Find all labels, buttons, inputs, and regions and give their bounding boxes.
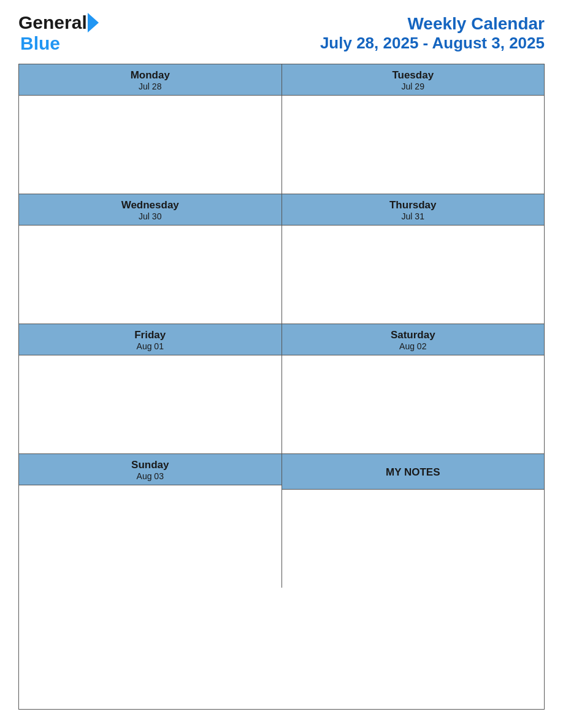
wednesday-name: Wednesday bbox=[21, 199, 279, 211]
saturday-header: Saturday Aug 02 bbox=[282, 324, 545, 355]
calendar-title-block: Weekly Calendar July 28, 2025 - August 3… bbox=[320, 14, 545, 53]
sunday-header: Sunday Aug 03 bbox=[19, 454, 282, 485]
notes-header: MY NOTES bbox=[282, 454, 545, 490]
saturday-content[interactable] bbox=[282, 355, 545, 453]
thursday-date: Jul 31 bbox=[285, 211, 542, 221]
logo-arrow-icon bbox=[88, 13, 99, 32]
friday-date: Aug 01 bbox=[21, 341, 279, 351]
calendar-grid: Monday Jul 28 Tuesday Jul 29 Wednesday J… bbox=[18, 64, 545, 710]
calendar-date-range: July 28, 2025 - August 3, 2025 bbox=[320, 34, 545, 53]
calendar-row-3: Friday Aug 01 Saturday Aug 02 bbox=[19, 324, 544, 454]
monday-header: Monday Jul 28 bbox=[19, 64, 282, 96]
logo: General Blue bbox=[18, 12, 99, 54]
tuesday-header: Tuesday Jul 29 bbox=[282, 64, 545, 96]
wednesday-content[interactable] bbox=[19, 226, 282, 324]
monday-date: Jul 28 bbox=[21, 82, 279, 91]
calendar-row-1: Monday Jul 28 Tuesday Jul 29 bbox=[19, 64, 544, 194]
sunday-date: Aug 03 bbox=[21, 471, 279, 481]
wednesday-cell: Wednesday Jul 30 bbox=[19, 194, 282, 324]
sunday-name: Sunday bbox=[21, 459, 279, 471]
thursday-header: Thursday Jul 31 bbox=[282, 194, 545, 226]
wednesday-date: Jul 30 bbox=[21, 211, 279, 221]
saturday-cell: Saturday Aug 02 bbox=[282, 324, 545, 453]
monday-name: Monday bbox=[21, 69, 279, 82]
saturday-date: Aug 02 bbox=[285, 341, 542, 351]
logo-blue-text: Blue bbox=[20, 33, 60, 54]
thursday-content[interactable] bbox=[282, 226, 545, 324]
friday-cell: Friday Aug 01 bbox=[19, 324, 282, 453]
calendar-row-4: Sunday Aug 03 MY NOTES bbox=[19, 454, 544, 588]
logo-general-text: General bbox=[18, 12, 87, 33]
tuesday-date: Jul 29 bbox=[285, 82, 542, 91]
notes-title: MY NOTES bbox=[386, 466, 440, 479]
thursday-name: Thursday bbox=[285, 199, 542, 211]
calendar-row-2: Wednesday Jul 30 Thursday Jul 31 bbox=[19, 194, 544, 324]
sunday-content[interactable] bbox=[19, 485, 282, 583]
thursday-cell: Thursday Jul 31 bbox=[282, 194, 545, 324]
friday-header: Friday Aug 01 bbox=[19, 324, 282, 355]
page-header: General Blue Weekly Calendar July 28, 20… bbox=[18, 12, 545, 54]
tuesday-name: Tuesday bbox=[285, 69, 542, 82]
friday-content[interactable] bbox=[19, 355, 282, 453]
friday-name: Friday bbox=[21, 329, 279, 341]
tuesday-cell: Tuesday Jul 29 bbox=[282, 64, 545, 194]
calendar-title: Weekly Calendar bbox=[320, 14, 545, 34]
notes-cell: MY NOTES bbox=[282, 454, 545, 588]
notes-content[interactable] bbox=[282, 490, 545, 588]
monday-content[interactable] bbox=[19, 96, 282, 194]
saturday-name: Saturday bbox=[285, 329, 542, 341]
tuesday-content[interactable] bbox=[282, 96, 545, 194]
sunday-cell: Sunday Aug 03 bbox=[19, 454, 282, 588]
wednesday-header: Wednesday Jul 30 bbox=[19, 194, 282, 226]
monday-cell: Monday Jul 28 bbox=[19, 64, 282, 194]
